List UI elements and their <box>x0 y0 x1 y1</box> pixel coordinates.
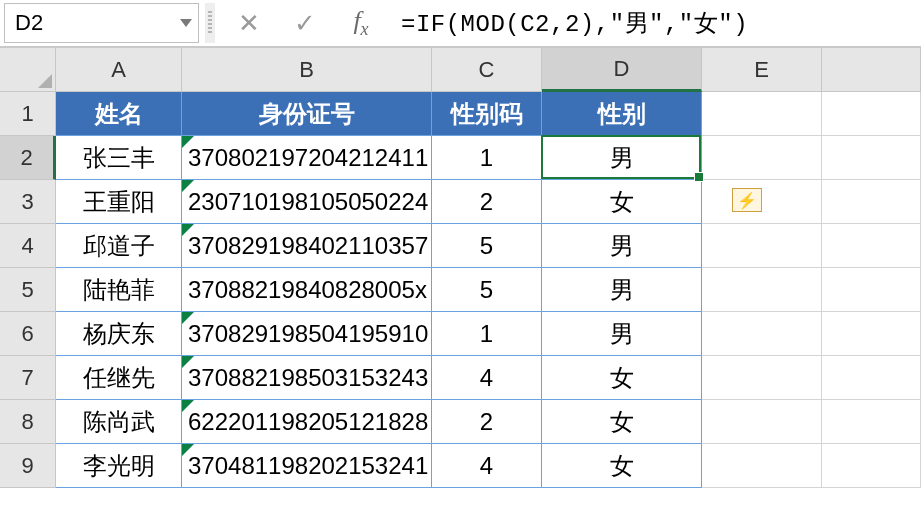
name-box[interactable]: D2 <box>4 3 199 43</box>
cell-B7[interactable]: 370882198503153243 <box>182 356 432 400</box>
cell-E6[interactable] <box>702 312 822 356</box>
row-header-3[interactable]: 3 <box>0 180 56 224</box>
name-box-dropdown-icon[interactable] <box>180 19 192 27</box>
cell-A2[interactable]: 张三丰 <box>56 136 182 180</box>
cell-C5[interactable]: 5 <box>432 268 542 312</box>
column-header-E[interactable]: E <box>702 48 822 92</box>
cell-D3[interactable]: 女 <box>542 180 702 224</box>
lightning-icon: ⚡ <box>737 191 757 210</box>
cell-C8[interactable]: 2 <box>432 400 542 444</box>
cell-C6[interactable]: 1 <box>432 312 542 356</box>
cell-E4[interactable] <box>702 224 822 268</box>
column-header-A[interactable]: A <box>56 48 182 92</box>
row-header-2[interactable]: 2 <box>0 136 56 180</box>
enter-icon: ✓ <box>294 8 316 39</box>
cell-C7[interactable]: 4 <box>432 356 542 400</box>
cell-B4[interactable]: 370829198402110357 <box>182 224 432 268</box>
cell-C9[interactable]: 4 <box>432 444 542 488</box>
cell-F1[interactable] <box>822 92 921 136</box>
row-header-5[interactable]: 5 <box>0 268 56 312</box>
cell-F7[interactable] <box>822 356 921 400</box>
cell-C1[interactable]: 性别码 <box>432 92 542 136</box>
cell-B9[interactable]: 370481198202153241 <box>182 444 432 488</box>
formula-text: =IF(MOD(C2,2),"男","女") <box>401 7 748 39</box>
cell-B2[interactable]: 370802197204212411 <box>182 136 432 180</box>
row-header-8[interactable]: 8 <box>0 400 56 444</box>
cell-E9[interactable] <box>702 444 822 488</box>
cell-C2[interactable]: 1 <box>432 136 542 180</box>
fx-icon: fx <box>353 6 368 40</box>
cell-A7[interactable]: 任继先 <box>56 356 182 400</box>
smart-tag-button[interactable]: ⚡ <box>732 188 762 212</box>
cell-A5[interactable]: 陆艳菲 <box>56 268 182 312</box>
cell-B3[interactable]: 230710198105050224 <box>182 180 432 224</box>
cell-A1[interactable]: 姓名 <box>56 92 182 136</box>
cell-D2[interactable]: 男 <box>542 136 702 180</box>
cell-E8[interactable] <box>702 400 822 444</box>
column-header-blank[interactable] <box>822 48 921 92</box>
cancel-icon: ✕ <box>238 8 260 39</box>
formula-bar: D2 ✕ ✓ fx =IF(MOD(C2,2),"男","女") <box>0 0 921 48</box>
select-all-corner[interactable] <box>0 48 56 92</box>
enter-button[interactable]: ✓ <box>277 3 333 43</box>
annotation-arrow <box>0 488 921 517</box>
cell-E1[interactable] <box>702 92 822 136</box>
formula-bar-separator <box>205 3 215 43</box>
cell-E7[interactable] <box>702 356 822 400</box>
cell-D6[interactable]: 男 <box>542 312 702 356</box>
column-header-B[interactable]: B <box>182 48 432 92</box>
cell-D7[interactable]: 女 <box>542 356 702 400</box>
cell-D1[interactable]: 性别 <box>542 92 702 136</box>
cell-F4[interactable] <box>822 224 921 268</box>
spreadsheet-grid[interactable]: A B C D E 1 姓名 身份证号 性别码 性别 2 张三丰 3708021… <box>0 48 921 488</box>
cell-D4[interactable]: 男 <box>542 224 702 268</box>
cell-B5[interactable]: 37088219840828005x <box>182 268 432 312</box>
cell-D9[interactable]: 女 <box>542 444 702 488</box>
column-header-C[interactable]: C <box>432 48 542 92</box>
cell-B6[interactable]: 370829198504195910 <box>182 312 432 356</box>
cell-B1[interactable]: 身份证号 <box>182 92 432 136</box>
cell-E3[interactable] <box>702 180 822 224</box>
row-header-6[interactable]: 6 <box>0 312 56 356</box>
cell-F5[interactable] <box>822 268 921 312</box>
cell-A9[interactable]: 李光明 <box>56 444 182 488</box>
cell-D8[interactable]: 女 <box>542 400 702 444</box>
cell-A3[interactable]: 王重阳 <box>56 180 182 224</box>
name-box-value: D2 <box>15 10 43 36</box>
row-header-4[interactable]: 4 <box>0 224 56 268</box>
cell-F2[interactable] <box>822 136 921 180</box>
cell-A4[interactable]: 邱道子 <box>56 224 182 268</box>
cell-C4[interactable]: 5 <box>432 224 542 268</box>
cell-E5[interactable] <box>702 268 822 312</box>
insert-function-button[interactable]: fx <box>333 3 389 43</box>
formula-input[interactable]: =IF(MOD(C2,2),"男","女") <box>389 3 921 43</box>
cell-F6[interactable] <box>822 312 921 356</box>
row-header-9[interactable]: 9 <box>0 444 56 488</box>
column-header-D[interactable]: D <box>542 48 702 92</box>
row-header-7[interactable]: 7 <box>0 356 56 400</box>
cell-A6[interactable]: 杨庆东 <box>56 312 182 356</box>
cell-F3[interactable] <box>822 180 921 224</box>
cell-E2[interactable] <box>702 136 822 180</box>
cell-B8[interactable]: 622201198205121828 <box>182 400 432 444</box>
cancel-button[interactable]: ✕ <box>221 3 277 43</box>
cell-F9[interactable] <box>822 444 921 488</box>
cell-A8[interactable]: 陈尚武 <box>56 400 182 444</box>
cell-C3[interactable]: 2 <box>432 180 542 224</box>
cell-F8[interactable] <box>822 400 921 444</box>
cell-D5[interactable]: 男 <box>542 268 702 312</box>
row-header-1[interactable]: 1 <box>0 92 56 136</box>
